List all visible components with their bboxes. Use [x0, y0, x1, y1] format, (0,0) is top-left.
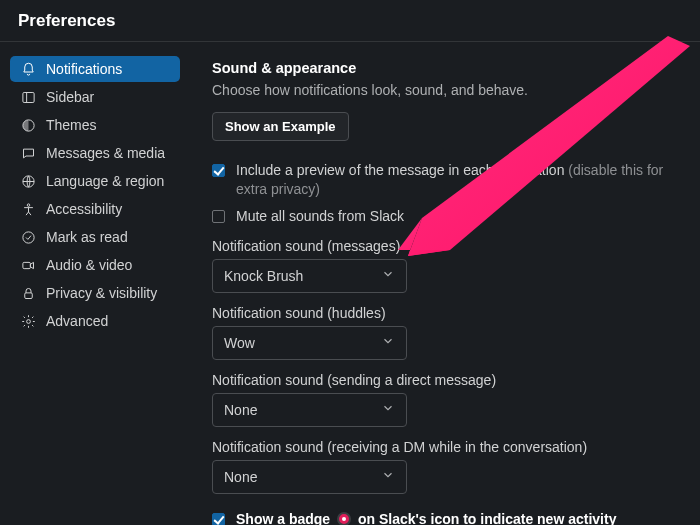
video-icon — [20, 257, 36, 273]
sidebar-item-label: Themes — [46, 117, 97, 133]
chevron-down-icon — [381, 468, 395, 485]
chevron-down-icon — [381, 401, 395, 418]
lock-icon — [20, 285, 36, 301]
sound-dm-send-value: None — [224, 402, 257, 418]
preferences-header: Preferences — [0, 0, 700, 42]
sound-messages-value: Knock Brush — [224, 268, 303, 284]
sound-dm-send-select[interactable]: None — [212, 393, 407, 427]
sidebar-item-notifications[interactable]: Notifications — [10, 56, 180, 82]
globe-icon — [20, 173, 36, 189]
sidebar-item-sidebar[interactable]: Sidebar — [10, 84, 180, 110]
sidebar-item-label: Notifications — [46, 61, 122, 77]
sound-messages-select[interactable]: Knock Brush — [212, 259, 407, 293]
sidebar-icon — [20, 89, 36, 105]
preview-checkbox-label: Include a preview of the message in each… — [236, 161, 680, 199]
accessibility-icon — [20, 201, 36, 217]
badge-checkbox-row[interactable]: Show a badge on Slack's icon to indicate… — [212, 510, 680, 525]
sidebar-item-label: Privacy & visibility — [46, 285, 157, 301]
chevron-down-icon — [381, 267, 395, 284]
sidebar-item-mark-as-read[interactable]: Mark as read — [10, 224, 180, 250]
gear-icon — [20, 313, 36, 329]
sidebar-item-label: Mark as read — [46, 229, 128, 245]
sound-huddles-select[interactable]: Wow — [212, 326, 407, 360]
show-example-button[interactable]: Show an Example — [212, 112, 349, 141]
svg-point-3 — [27, 203, 30, 206]
preview-checkbox-row[interactable]: Include a preview of the message in each… — [212, 161, 680, 199]
sound-dm-send-label: Notification sound (sending a direct mes… — [212, 372, 680, 388]
messages-icon — [20, 145, 36, 161]
sound-dm-recv-select[interactable]: None — [212, 460, 407, 494]
sidebar-item-label: Messages & media — [46, 145, 165, 161]
sidebar-item-label: Advanced — [46, 313, 108, 329]
mute-checkbox-row[interactable]: Mute all sounds from Slack — [212, 207, 680, 226]
bell-icon — [20, 61, 36, 77]
svg-rect-6 — [24, 292, 32, 298]
mute-checkbox-label: Mute all sounds from Slack — [236, 207, 680, 226]
sidebar-item-advanced[interactable]: Advanced — [10, 308, 180, 334]
chevron-down-icon — [381, 334, 395, 351]
page-title: Preferences — [18, 11, 115, 31]
badge-dot-icon — [337, 512, 351, 525]
sidebar-item-audio-video[interactable]: Audio & video — [10, 252, 180, 278]
svg-point-7 — [26, 319, 30, 323]
mute-checkbox[interactable] — [212, 210, 225, 223]
themes-icon — [20, 117, 36, 133]
sound-dm-recv-label: Notification sound (receiving a DM while… — [212, 439, 680, 455]
sidebar-item-language-region[interactable]: Language & region — [10, 168, 180, 194]
preferences-main: Sound & appearance Choose how notificati… — [190, 42, 700, 525]
sidebar-item-accessibility[interactable]: Accessibility — [10, 196, 180, 222]
badge-checkbox-label: Show a badge on Slack's icon to indicate… — [236, 510, 680, 525]
close-button[interactable] — [674, 8, 682, 33]
section-title: Sound & appearance — [212, 60, 680, 76]
sidebar-item-privacy[interactable]: Privacy & visibility — [10, 280, 180, 306]
badge-checkbox[interactable] — [212, 513, 225, 525]
check-circle-icon — [20, 229, 36, 245]
svg-point-4 — [22, 231, 33, 242]
section-subtitle: Choose how notifications look, sound, an… — [212, 82, 680, 98]
sound-huddles-label: Notification sound (huddles) — [212, 305, 680, 321]
sidebar-item-messages-media[interactable]: Messages & media — [10, 140, 180, 166]
preferences-sidebar: Notifications Sidebar Themes Messages & … — [0, 42, 190, 525]
sound-huddles-value: Wow — [224, 335, 255, 351]
sound-messages-label: Notification sound (messages) — [212, 238, 680, 254]
sound-dm-recv-value: None — [224, 469, 257, 485]
preview-checkbox[interactable] — [212, 164, 225, 177]
sidebar-item-label: Sidebar — [46, 89, 94, 105]
svg-rect-0 — [22, 92, 33, 102]
sidebar-item-label: Language & region — [46, 173, 164, 189]
sidebar-item-themes[interactable]: Themes — [10, 112, 180, 138]
sidebar-item-label: Accessibility — [46, 201, 122, 217]
svg-rect-5 — [22, 262, 30, 268]
sidebar-item-label: Audio & video — [46, 257, 132, 273]
